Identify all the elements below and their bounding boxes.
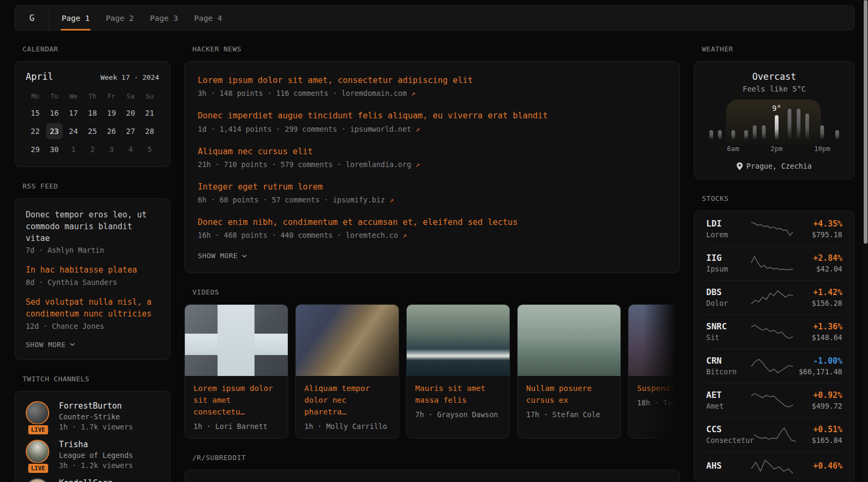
scrollbar[interactable] — [863, 0, 868, 482]
video-thumbnail[interactable] — [518, 305, 620, 376]
hackernews-section-label: HACKER NEWS — [192, 45, 680, 53]
calendar-day-28: 28 — [141, 123, 158, 139]
external-link-icon: ↗ — [415, 160, 420, 169]
video-title[interactable]: Nullam posuere cursus ex — [518, 376, 620, 406]
video-card[interactable]: Aliquam tempor dolor nec pharetra… 1h · … — [295, 304, 399, 438]
stock-sparkline — [751, 289, 793, 305]
video-meta: 17h · Stefan Cole — [518, 406, 620, 426]
calendar-day-5: 5 — [141, 141, 158, 157]
stock-row[interactable]: SNRCSit +1.36%$148.64 — [706, 314, 842, 349]
dashboard-columns: CALENDAR April Week 17 · 2024 Mo Tu We T… — [14, 45, 855, 482]
avatar[interactable] — [26, 478, 49, 482]
page-tabs: Page 1 Page 2 Page 3 Page 4 — [49, 6, 230, 30]
video-meta: 18h · Tara — [628, 395, 680, 415]
twitch-channel-name[interactable]: Trisha — [59, 440, 133, 449]
stock-sparkline — [751, 323, 793, 340]
video-thumbnail[interactable] — [628, 305, 680, 376]
hn-meta-text: 16h · 468 points · 440 comments · loremt… — [198, 231, 398, 239]
stock-row[interactable]: LDILorem +4.35%$795.18 — [706, 212, 842, 246]
weekday-label: Sa — [121, 89, 140, 104]
scrollbar-thumb[interactable] — [864, 0, 867, 244]
twitch-channel-info: ForrestBurton Counter-Strike 1h · 1.7k v… — [59, 401, 133, 431]
calendar-widget: CALENDAR April Week 17 · 2024 Mo Tu We T… — [14, 45, 170, 167]
stock-change: +0.51% — [796, 425, 842, 434]
video-card[interactable]: Nullam posuere cursus ex 17h · Stefan Co… — [517, 304, 621, 438]
twitch-channel-row: LIVE Trisha League of Legends 3h · 1.2k … — [26, 440, 159, 470]
rss-show-more-button[interactable]: SHOW MORE — [26, 341, 159, 349]
twitch-avatar-box — [26, 478, 50, 482]
video-thumbnail[interactable] — [407, 305, 510, 376]
hn-show-more-button[interactable]: SHOW MORE — [198, 252, 667, 260]
weather-time-label: 10pm — [814, 145, 830, 157]
weather-hour-column: 9°2pm — [770, 102, 783, 157]
video-card[interactable]: Suspendisse diam 18h · Tara — [628, 304, 680, 438]
avatar[interactable] — [26, 440, 49, 463]
calendar-day-4: 4 — [122, 141, 139, 157]
tab-page-2[interactable]: Page 2 — [98, 6, 141, 30]
stock-name: Sit — [706, 333, 751, 342]
rss-item-title[interactable]: In hac habitasse platea — [26, 265, 159, 276]
twitch-channel-name[interactable]: KendallCarr — [59, 478, 112, 482]
weather-location: Prague, Czechia — [746, 162, 812, 170]
video-title[interactable]: Mauris sit amet massa felis — [407, 376, 510, 406]
videos-section-label: VIDEOS — [192, 288, 680, 296]
twitch-channel-meta: 3h · 1.2k viewers — [59, 461, 133, 470]
stock-price: $156.28 — [793, 299, 842, 307]
hn-item-title[interactable]: Donec imperdiet augue tincidunt felis al… — [198, 110, 667, 122]
hn-item-meta: 3h · 148 points · 116 comments · loremdo… — [198, 89, 667, 97]
calendar-day-1: 1 — [65, 141, 82, 157]
weather-feels-like: Feels like 5°C — [708, 85, 840, 93]
hn-item: Aliquam nec cursus elit 21h · 710 points… — [198, 146, 667, 169]
video-card[interactable]: Lorem ipsum dolor sit amet consectetu… 1… — [184, 304, 288, 438]
video-thumbnail[interactable] — [296, 305, 399, 376]
tab-page-1[interactable]: Page 1 — [54, 6, 98, 30]
stock-price: $148.64 — [793, 333, 842, 342]
stock-row[interactable]: AHS +0.46% — [706, 451, 842, 481]
video-title[interactable]: Aliquam tempor dolor nec pharetra… — [296, 376, 399, 418]
rss-item-title[interactable]: Sed volutpat nulla nisl, a condimentum n… — [26, 297, 159, 320]
video-title[interactable]: Lorem ipsum dolor sit amet consectetu… — [185, 376, 288, 418]
stock-name: Bitcorn — [706, 367, 751, 376]
app-logo[interactable]: G — [15, 6, 49, 30]
weather-hour-column — [788, 102, 791, 157]
calendar-day-20: 20 — [122, 105, 139, 121]
hn-item-title[interactable]: Aliquam nec cursus elit — [198, 146, 667, 158]
stock-sparkline — [751, 458, 793, 475]
video-thumbnail[interactable] — [185, 305, 288, 376]
video-title[interactable]: Suspendisse diam — [628, 376, 680, 395]
stock-row[interactable]: CRNBitcorn -1.00%$66,171.48 — [706, 349, 842, 383]
stock-row[interactable]: CCSConsectetur +0.51%$165.84 — [706, 417, 842, 451]
stock-row[interactable]: IIGIpsum +2.84%$42.04 — [706, 246, 842, 280]
calendar-header: April Week 17 · 2024 — [26, 71, 159, 82]
left-column: CALENDAR April Week 17 · 2024 Mo Tu We T… — [14, 45, 170, 482]
calendar-day-26: 26 — [103, 123, 120, 139]
hn-item-meta: 6h · 60 points · 57 comments · ipsumify.… — [198, 195, 667, 204]
hn-item-title[interactable]: Lorem ipsum dolor sit amet, consectetur … — [198, 74, 667, 87]
weather-widget: WEATHER Overcast Feels like 5°C 6am9°2pm… — [694, 45, 855, 179]
hn-item-title[interactable]: Donec enim nibh, condimentum et accumsan… — [198, 216, 667, 229]
video-card[interactable]: Mauris sit amet massa felis 7h · Grayson… — [406, 304, 510, 438]
twitch-channel-info: KendallCarr — [59, 478, 112, 482]
calendar-day-3: 3 — [103, 141, 120, 157]
hn-item-meta: 21h · 710 points · 579 comments · loreml… — [198, 160, 667, 169]
stocks-section-label: STOCKS — [702, 194, 855, 202]
rss-item-title[interactable]: Donec tempor eros leo, ut commodo mauris… — [26, 209, 159, 244]
right-column: WEATHER Overcast Feels like 5°C 6am9°2pm… — [694, 45, 855, 482]
avatar[interactable] — [26, 401, 49, 425]
weather-hour-bar — [788, 109, 791, 140]
stock-sparkline — [754, 426, 796, 442]
stock-symbol: CRN — [706, 356, 751, 366]
hn-meta-text: 3h · 148 points · 116 comments · loremdo… — [198, 89, 407, 97]
twitch-channel-name[interactable]: ForrestBurton — [59, 401, 133, 411]
weather-hour-bar — [718, 130, 722, 140]
show-more-label: SHOW MORE — [198, 252, 238, 260]
tab-page-3[interactable]: Page 3 — [142, 6, 186, 30]
calendar-day-25: 25 — [84, 123, 101, 139]
stock-row[interactable]: AETAmet +0.92%$499.72 — [706, 383, 842, 417]
stock-row[interactable]: DBSDolor +1.42%$156.28 — [706, 280, 842, 314]
weather-hour-column — [718, 102, 722, 157]
tab-page-4[interactable]: Page 4 — [186, 6, 230, 30]
stock-symbol: AET — [706, 390, 751, 400]
weather-hour-column — [762, 102, 766, 157]
hn-item-title[interactable]: Integer eget rutrum lorem — [198, 181, 667, 193]
